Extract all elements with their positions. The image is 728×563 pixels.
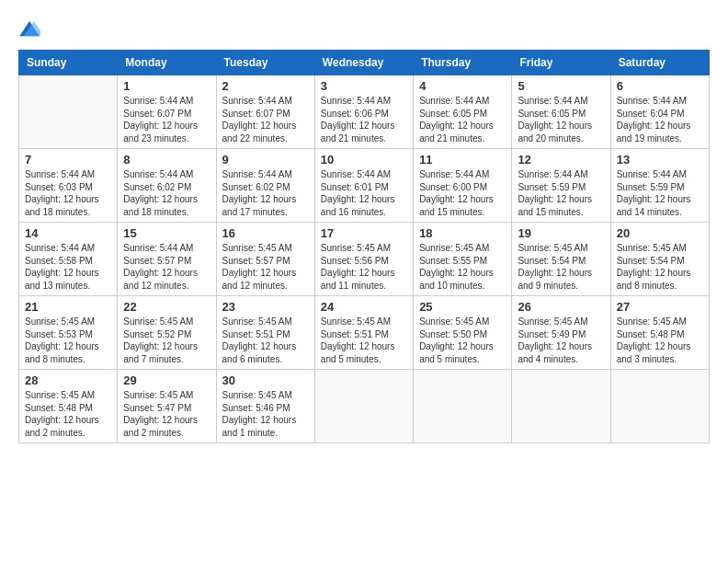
week-row-5: 28Sunrise: 5:45 AM Sunset: 5:48 PM Dayli… <box>19 370 710 443</box>
day-header-tuesday: Tuesday <box>216 51 314 75</box>
day-cell: 28Sunrise: 5:45 AM Sunset: 5:48 PM Dayli… <box>19 370 118 443</box>
day-cell: 21Sunrise: 5:45 AM Sunset: 5:53 PM Dayli… <box>19 296 118 370</box>
day-number: 23 <box>222 300 309 314</box>
day-info: Sunrise: 5:45 AM Sunset: 5:48 PM Dayligh… <box>25 389 111 439</box>
day-cell <box>414 370 512 443</box>
day-cell: 20Sunrise: 5:45 AM Sunset: 5:54 PM Dayli… <box>610 223 709 296</box>
header <box>18 18 710 40</box>
day-info: Sunrise: 5:44 AM Sunset: 5:57 PM Dayligh… <box>123 242 210 292</box>
day-info: Sunrise: 5:44 AM Sunset: 6:07 PM Dayligh… <box>222 95 309 144</box>
day-number: 12 <box>518 153 604 167</box>
day-number: 15 <box>123 226 210 240</box>
day-info: Sunrise: 5:44 AM Sunset: 6:05 PM Dayligh… <box>419 95 506 144</box>
day-number: 20 <box>617 226 703 240</box>
day-cell: 29Sunrise: 5:45 AM Sunset: 5:47 PM Dayli… <box>118 370 216 443</box>
day-info: Sunrise: 5:44 AM Sunset: 5:59 PM Dayligh… <box>617 168 703 218</box>
day-cell: 18Sunrise: 5:45 AM Sunset: 5:55 PM Dayli… <box>414 223 512 296</box>
day-number: 9 <box>222 153 309 167</box>
day-cell: 27Sunrise: 5:45 AM Sunset: 5:48 PM Dayli… <box>610 296 709 370</box>
day-info: Sunrise: 5:44 AM Sunset: 6:03 PM Dayligh… <box>25 168 111 218</box>
day-info: Sunrise: 5:45 AM Sunset: 5:46 PM Dayligh… <box>222 389 309 439</box>
day-info: Sunrise: 5:45 AM Sunset: 5:51 PM Dayligh… <box>321 316 407 365</box>
day-cell <box>512 370 610 443</box>
day-cell: 2Sunrise: 5:44 AM Sunset: 6:07 PM Daylig… <box>216 75 314 149</box>
day-number: 30 <box>222 373 309 387</box>
day-number: 13 <box>617 153 703 167</box>
day-info: Sunrise: 5:45 AM Sunset: 5:53 PM Dayligh… <box>25 316 111 365</box>
day-cell: 5Sunrise: 5:44 AM Sunset: 6:05 PM Daylig… <box>512 75 610 149</box>
day-cell: 15Sunrise: 5:44 AM Sunset: 5:57 PM Dayli… <box>118 223 216 296</box>
day-cell: 12Sunrise: 5:44 AM Sunset: 5:59 PM Dayli… <box>512 149 610 223</box>
day-number: 21 <box>25 300 111 314</box>
day-info: Sunrise: 5:44 AM Sunset: 6:00 PM Dayligh… <box>419 168 506 218</box>
day-cell: 10Sunrise: 5:44 AM Sunset: 6:01 PM Dayli… <box>314 149 413 223</box>
day-number: 14 <box>25 226 111 240</box>
week-row-4: 21Sunrise: 5:45 AM Sunset: 5:53 PM Dayli… <box>19 296 710 370</box>
day-number: 2 <box>222 79 309 93</box>
day-cell: 26Sunrise: 5:45 AM Sunset: 5:49 PM Dayli… <box>512 296 610 370</box>
logo <box>18 18 44 40</box>
day-number: 24 <box>321 300 407 314</box>
day-cell: 16Sunrise: 5:45 AM Sunset: 5:57 PM Dayli… <box>216 223 314 296</box>
day-number: 1 <box>123 79 210 93</box>
day-info: Sunrise: 5:45 AM Sunset: 5:56 PM Dayligh… <box>321 242 407 292</box>
day-header-thursday: Thursday <box>414 51 512 75</box>
day-cell: 13Sunrise: 5:44 AM Sunset: 5:59 PM Dayli… <box>610 149 709 223</box>
header-row: SundayMondayTuesdayWednesdayThursdayFrid… <box>19 51 710 75</box>
day-cell: 8Sunrise: 5:44 AM Sunset: 6:02 PM Daylig… <box>118 149 216 223</box>
day-cell: 24Sunrise: 5:45 AM Sunset: 5:51 PM Dayli… <box>314 296 413 370</box>
day-number: 4 <box>419 79 506 93</box>
logo-icon <box>18 18 40 40</box>
calendar-table: SundayMondayTuesdayWednesdayThursdayFrid… <box>18 50 710 443</box>
day-number: 18 <box>419 226 506 240</box>
day-info: Sunrise: 5:44 AM Sunset: 6:02 PM Dayligh… <box>222 168 309 218</box>
day-cell: 9Sunrise: 5:44 AM Sunset: 6:02 PM Daylig… <box>216 149 314 223</box>
day-number: 5 <box>518 79 604 93</box>
day-cell: 6Sunrise: 5:44 AM Sunset: 6:04 PM Daylig… <box>610 75 709 149</box>
day-info: Sunrise: 5:44 AM Sunset: 6:05 PM Dayligh… <box>518 95 604 144</box>
day-number: 6 <box>617 79 703 93</box>
day-number: 26 <box>518 300 604 314</box>
day-cell: 4Sunrise: 5:44 AM Sunset: 6:05 PM Daylig… <box>414 75 512 149</box>
day-cell: 17Sunrise: 5:45 AM Sunset: 5:56 PM Dayli… <box>314 223 413 296</box>
day-number: 27 <box>617 300 703 314</box>
day-cell: 25Sunrise: 5:45 AM Sunset: 5:50 PM Dayli… <box>414 296 512 370</box>
day-info: Sunrise: 5:44 AM Sunset: 5:58 PM Dayligh… <box>25 242 111 292</box>
day-number: 11 <box>419 153 506 167</box>
day-header-sunday: Sunday <box>19 51 118 75</box>
day-info: Sunrise: 5:45 AM Sunset: 5:48 PM Dayligh… <box>617 316 703 365</box>
day-number: 29 <box>123 373 210 387</box>
day-info: Sunrise: 5:44 AM Sunset: 6:02 PM Dayligh… <box>123 168 210 218</box>
day-number: 7 <box>25 153 111 167</box>
day-cell: 7Sunrise: 5:44 AM Sunset: 6:03 PM Daylig… <box>19 149 118 223</box>
week-row-2: 7Sunrise: 5:44 AM Sunset: 6:03 PM Daylig… <box>19 149 710 223</box>
day-info: Sunrise: 5:44 AM Sunset: 6:06 PM Dayligh… <box>321 95 407 144</box>
day-number: 17 <box>321 226 407 240</box>
day-cell: 23Sunrise: 5:45 AM Sunset: 5:51 PM Dayli… <box>216 296 314 370</box>
day-cell: 3Sunrise: 5:44 AM Sunset: 6:06 PM Daylig… <box>314 75 413 149</box>
day-cell: 1Sunrise: 5:44 AM Sunset: 6:07 PM Daylig… <box>118 75 216 149</box>
day-number: 16 <box>222 226 309 240</box>
day-info: Sunrise: 5:45 AM Sunset: 5:51 PM Dayligh… <box>222 316 309 365</box>
day-header-friday: Friday <box>512 51 610 75</box>
day-number: 3 <box>321 79 407 93</box>
week-row-1: 1Sunrise: 5:44 AM Sunset: 6:07 PM Daylig… <box>19 75 710 149</box>
day-header-saturday: Saturday <box>610 51 709 75</box>
day-info: Sunrise: 5:45 AM Sunset: 5:57 PM Dayligh… <box>222 242 309 292</box>
day-info: Sunrise: 5:45 AM Sunset: 5:50 PM Dayligh… <box>419 316 506 365</box>
day-number: 25 <box>419 300 506 314</box>
day-header-monday: Monday <box>118 51 216 75</box>
day-info: Sunrise: 5:44 AM Sunset: 5:59 PM Dayligh… <box>518 168 604 218</box>
day-cell <box>314 370 413 443</box>
day-info: Sunrise: 5:44 AM Sunset: 6:07 PM Dayligh… <box>123 95 210 144</box>
day-info: Sunrise: 5:45 AM Sunset: 5:49 PM Dayligh… <box>518 316 604 365</box>
day-number: 10 <box>321 153 407 167</box>
day-number: 28 <box>25 373 111 387</box>
day-cell: 22Sunrise: 5:45 AM Sunset: 5:52 PM Dayli… <box>118 296 216 370</box>
day-info: Sunrise: 5:45 AM Sunset: 5:54 PM Dayligh… <box>617 242 703 292</box>
day-cell: 30Sunrise: 5:45 AM Sunset: 5:46 PM Dayli… <box>216 370 314 443</box>
day-cell <box>610 370 709 443</box>
day-info: Sunrise: 5:45 AM Sunset: 5:52 PM Dayligh… <box>123 316 210 365</box>
week-row-3: 14Sunrise: 5:44 AM Sunset: 5:58 PM Dayli… <box>19 223 710 296</box>
day-cell: 11Sunrise: 5:44 AM Sunset: 6:00 PM Dayli… <box>414 149 512 223</box>
